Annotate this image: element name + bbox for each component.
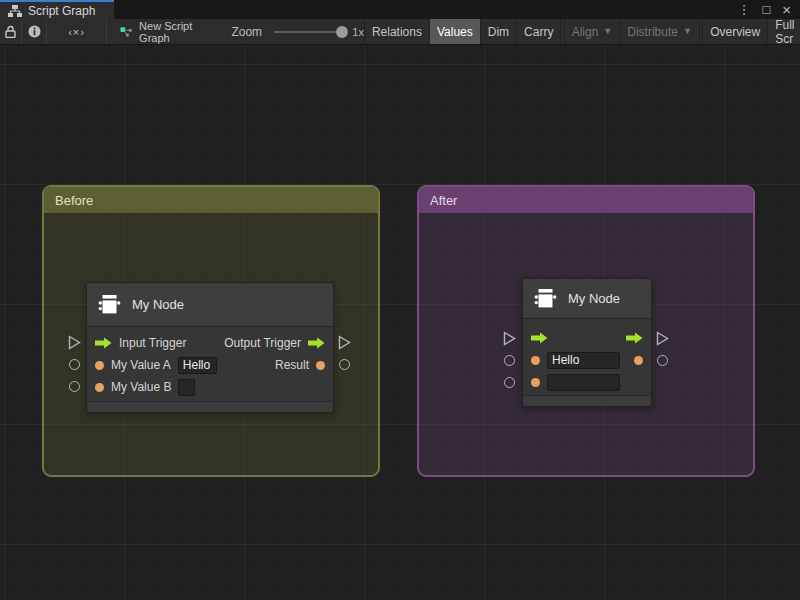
tab-title: Script Graph — [28, 4, 95, 18]
zoom-value: 1x — [352, 19, 364, 44]
external-value-port[interactable] — [69, 359, 80, 370]
code-preview-button[interactable]: ‹×› — [47, 19, 107, 44]
value-a-input[interactable] — [547, 352, 620, 369]
current-graph-breadcrumb[interactable]: New Script Graph — [107, 19, 216, 44]
value-b-port-row: My Value B — [95, 376, 325, 398]
value-b-label: My Value B — [111, 380, 171, 394]
value-out-port-icon[interactable] — [634, 356, 643, 365]
graph-toolbar: ‹×› New Script Graph Zoom 1x Relations V… — [0, 19, 800, 45]
node-header[interactable]: My Node — [87, 283, 333, 327]
values-button[interactable]: Values — [429, 19, 480, 44]
maximize-icon[interactable]: □ — [762, 3, 770, 16]
flow-out-port-icon[interactable] — [308, 337, 325, 349]
align-dropdown[interactable]: Align ▼ — [564, 19, 620, 44]
dim-button[interactable]: Dim — [480, 19, 516, 44]
node-footer — [87, 401, 333, 412]
window-controls: ⋮ □ × — [737, 0, 800, 19]
external-value-port[interactable] — [657, 355, 668, 366]
flow-out-port-icon[interactable] — [626, 332, 643, 344]
graph-canvas[interactable]: Before After My Node — [0, 45, 800, 600]
node-port-rows: Input Trigger Output Trigger My Value A … — [87, 327, 333, 398]
script-graph-icon — [120, 26, 132, 38]
node-after-my-node[interactable]: My Node — [522, 278, 652, 407]
node-port-rows — [523, 319, 651, 393]
value-a-input[interactable] — [178, 357, 217, 374]
external-value-port[interactable] — [504, 377, 515, 388]
value-out-port-icon[interactable] — [316, 361, 325, 370]
window-menu-icon[interactable]: ⋮ — [737, 3, 750, 16]
value-in-port-icon[interactable] — [531, 356, 540, 365]
flow-port-row: Input Trigger Output Trigger — [95, 332, 325, 354]
value-a-port-row: My Value A Result — [95, 354, 325, 376]
value-b-input[interactable] — [178, 379, 195, 396]
node-before-my-node[interactable]: My Node Input Trigger Output Trigger — [86, 282, 334, 413]
zoom-label: Zoom — [231, 19, 262, 44]
fullscreen-button[interactable]: Full Scr — [767, 19, 800, 44]
close-icon[interactable]: × — [782, 2, 791, 17]
graph-hierarchy-icon — [8, 5, 22, 17]
external-flow-out-port[interactable] — [338, 335, 351, 350]
value-a-label: My Value A — [111, 358, 171, 372]
flow-in-port-icon[interactable] — [95, 337, 112, 349]
info-icon — [28, 25, 41, 38]
output-trigger-label: Output Trigger — [224, 336, 301, 350]
zoom-slider[interactable] — [274, 31, 343, 33]
lock-button[interactable] — [0, 19, 22, 44]
node-footer — [523, 395, 651, 406]
chevron-down-icon: ▼ — [603, 27, 612, 36]
view-toggle-group: Relations Values Dim Carry Align ▼ Distr… — [364, 19, 800, 44]
title-bar: Script Graph ⋮ □ × — [0, 0, 800, 19]
carry-button[interactable]: Carry — [516, 19, 560, 44]
tab-script-graph[interactable]: Script Graph — [0, 0, 114, 19]
value-in-port-icon[interactable] — [95, 361, 104, 370]
overview-button[interactable]: Overview — [702, 19, 767, 44]
value-b-input[interactable] — [547, 374, 620, 391]
script-graph-window: Script Graph ⋮ □ × ‹×› — [0, 0, 800, 600]
value-b-port-row — [531, 371, 643, 393]
flow-port-row — [531, 327, 643, 349]
value-in-port-icon[interactable] — [95, 383, 104, 392]
value-in-port-icon[interactable] — [531, 378, 540, 387]
value-a-port-row — [531, 349, 643, 371]
group-after-label: After — [430, 193, 457, 208]
inspector-button[interactable] — [22, 19, 47, 44]
external-value-port[interactable] — [339, 359, 350, 370]
node-title: My Node — [132, 297, 184, 312]
result-label: Result — [275, 358, 309, 372]
external-value-port[interactable] — [504, 355, 515, 366]
graph-name-label: New Script Graph — [139, 20, 215, 44]
node-header[interactable]: My Node — [523, 279, 651, 319]
distribute-dropdown[interactable]: Distribute ▼ — [619, 19, 699, 44]
node-title: My Node — [568, 291, 620, 306]
input-trigger-label: Input Trigger — [119, 336, 186, 350]
external-flow-in-port[interactable] — [503, 331, 516, 346]
group-before-header[interactable]: Before — [44, 187, 378, 213]
zoom-slider-handle[interactable] — [336, 26, 348, 38]
group-after-header[interactable]: After — [419, 187, 753, 213]
lock-icon — [5, 25, 16, 38]
external-flow-out-port[interactable] — [656, 331, 669, 346]
flow-in-port-icon[interactable] — [531, 332, 548, 344]
code-icon: ‹×› — [68, 26, 85, 38]
external-value-port[interactable] — [69, 381, 80, 392]
relations-button[interactable]: Relations — [364, 19, 429, 44]
chevron-down-icon: ▼ — [683, 27, 692, 36]
group-before-label: Before — [55, 193, 93, 208]
external-flow-in-port[interactable] — [68, 335, 81, 350]
unit-node-icon — [97, 293, 122, 317]
unit-node-icon — [533, 287, 558, 311]
